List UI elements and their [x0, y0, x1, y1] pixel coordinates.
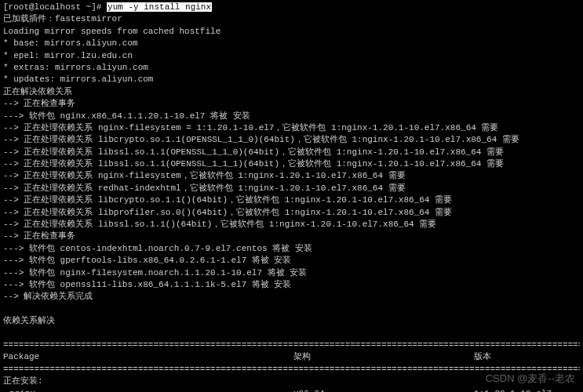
terminal-line: * extras: mirrors.aliyun.com: [3, 62, 580, 74]
terminal-line: * epel: mirror.lzu.edu.cn: [3, 50, 580, 62]
terminal-line: ---> 软件包 nginx.x86_64.1.1.20.1-10.el7 将被…: [3, 111, 580, 122]
col-header-arch: 架构: [293, 351, 474, 363]
terminal-line: --> 正在处理依赖关系 nginx-filesystem，它被软件包 1:ng…: [3, 170, 580, 182]
blank-line: [3, 303, 580, 315]
pkg-version: 1:1.20.1-10.el7: [474, 388, 580, 393]
table-divider-top: ========================================…: [3, 339, 580, 351]
col-header-package: Package: [3, 351, 293, 363]
terminal-line: --> 正在处理依赖关系 libssl.so.1.1()(64bit)，它被软件…: [3, 219, 580, 230]
terminal-output: 已加载插件：fastestmirrorLoading mirror speeds…: [3, 13, 580, 303]
pkg-arch: x86_64: [293, 388, 474, 393]
pkg-name: nginx: [3, 388, 293, 393]
terminal-line: ---> 软件包 nginx-filesystem.noarch.1.1.20.…: [3, 267, 580, 279]
terminal-line: --> 正在检查事务: [3, 98, 580, 110]
terminal-line: Loading mirror speeds from cached hostfi…: [3, 26, 580, 38]
deps-resolved-line: 依赖关系解决: [3, 315, 580, 327]
terminal-line: --> 解决依赖关系完成: [3, 291, 580, 303]
terminal-line: --> 正在检查事务: [3, 230, 580, 242]
col-header-version: 版本: [474, 351, 580, 363]
terminal-line: ---> 软件包 openssl11-libs.x86_64.1.1.1.1k-…: [3, 279, 580, 291]
terminal-line: --> 正在处理依赖关系 libssl.so.1.1(OPENSSL_1_1_1…: [3, 158, 580, 170]
shell-prompt: [root@localhost ~]#: [3, 2, 107, 12]
watermark-text: CSDN @麦香--老农: [486, 372, 575, 386]
package-row: nginx x86_64 1:1.20.1-10.el7: [3, 388, 580, 393]
terminal-line: --> 正在处理依赖关系 libprofiler.so.0()(64bit)，它…: [3, 207, 580, 219]
terminal-prompt-line: [root@localhost ~]# yum -y install nginx: [3, 2, 580, 13]
terminal-line: --> 正在处理依赖关系 libcrypto.so.1.1(OPENSSL_1_…: [3, 134, 580, 146]
terminal-line: --> 正在处理依赖关系 redhat-indexhtml，它被软件包 1:ng…: [3, 183, 580, 194]
terminal-line: ---> 软件包 centos-indexhtml.noarch.0.7-9.e…: [3, 243, 580, 255]
terminal-line: --> 正在处理依赖关系 libssl.so.1.1(OPENSSL_1_1_0…: [3, 147, 580, 158]
terminal-line: --> 正在处理依赖关系 nginx-filesystem = 1:1.20.1…: [3, 122, 580, 134]
table-header-row: Package 架构 版本: [3, 351, 580, 363]
terminal-line: 已加载插件：fastestmirror: [3, 13, 580, 25]
terminal-line: * updates: mirrors.aliyun.com: [3, 74, 580, 85]
blank-line: [3, 328, 580, 339]
terminal-line: --> 正在处理依赖关系 libcrypto.so.1.1()(64bit)，它…: [3, 194, 580, 206]
terminal-line: 正在解决依赖关系: [3, 86, 580, 98]
terminal-line: * base: mirrors.aliyun.com: [3, 38, 580, 49]
command-input[interactable]: yum -y install nginx: [107, 2, 212, 12]
terminal-line: ---> 软件包 gperftools-libs.x86_64.0.2.6.1-…: [3, 255, 580, 267]
